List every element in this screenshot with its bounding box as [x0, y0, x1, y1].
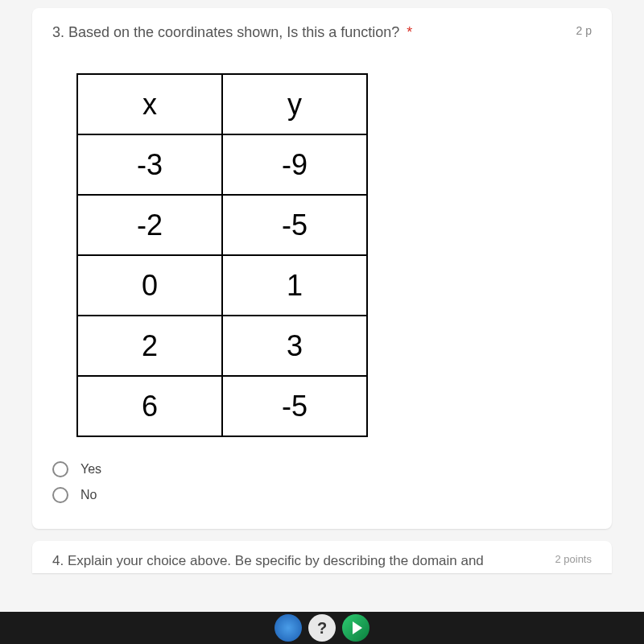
option-yes-label: Yes	[80, 462, 101, 477]
option-yes[interactable]: Yes	[52, 461, 592, 477]
question-header: 3. Based on the coordinates shown, Is th…	[52, 24, 592, 41]
coordinates-table-container: x y -3 -9 -2 -5 0 1 2 3	[76, 73, 592, 437]
table-row: 2 3	[77, 316, 367, 376]
radio-icon	[52, 461, 68, 477]
table-row: -2 -5	[77, 195, 367, 255]
option-no[interactable]: No	[52, 487, 592, 503]
cell-y: 3	[222, 316, 367, 376]
question-4-points: 2 points	[555, 553, 592, 569]
cell-x: 0	[77, 255, 222, 316]
required-star-icon: *	[407, 24, 412, 40]
question-text: 3. Based on the coordinates shown, Is th…	[52, 24, 560, 41]
form-container: 3. Based on the coordinates shown, Is th…	[0, 0, 644, 612]
table-row: -3 -9	[77, 134, 367, 195]
question-4-text: 4. Explain your choice above. Be specifi…	[52, 553, 484, 569]
option-no-label: No	[80, 488, 97, 502]
question-4-card: 4. Explain your choice above. Be specifi…	[32, 541, 612, 573]
answer-options: Yes No	[52, 461, 592, 503]
cell-x: -2	[77, 195, 222, 255]
table-row: 6 -5	[77, 376, 367, 436]
header-y: y	[222, 74, 367, 134]
table-row: 0 1	[77, 255, 367, 316]
radio-icon	[52, 487, 68, 503]
header-x: x	[77, 74, 222, 134]
cell-x: 6	[77, 376, 222, 436]
taskbar-app-icon[interactable]	[275, 614, 302, 642]
play-icon[interactable]	[342, 614, 369, 642]
question-3-card: 3. Based on the coordinates shown, Is th…	[32, 8, 612, 529]
cell-y: -5	[222, 376, 367, 436]
coordinates-table: x y -3 -9 -2 -5 0 1 2 3	[76, 73, 368, 437]
cell-y: -5	[222, 195, 367, 255]
question-number-text: 3. Based on the coordinates shown, Is th…	[52, 24, 399, 40]
cell-x: 2	[77, 316, 222, 376]
taskbar: ?	[0, 612, 644, 644]
cell-y: 1	[222, 255, 367, 316]
table-header-row: x y	[77, 74, 367, 134]
help-icon[interactable]: ?	[308, 614, 336, 642]
cell-y: -9	[222, 134, 367, 195]
cell-x: -3	[77, 134, 222, 195]
points-label: 2 p	[576, 24, 592, 37]
